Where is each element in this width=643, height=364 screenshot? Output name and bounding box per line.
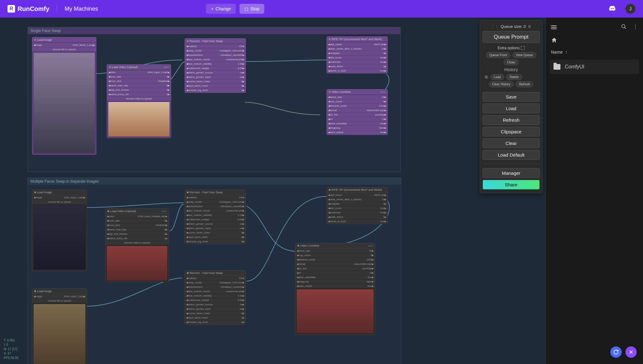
logo[interactable]: R RunComfy bbox=[8, 5, 49, 13]
node-rife-2[interactable]: RIFE VFI (recommend rife47 and rife49) ◀… bbox=[327, 187, 388, 224]
checkbox-icon[interactable] bbox=[521, 46, 525, 50]
change-button[interactable]: +Change bbox=[206, 4, 236, 14]
node-reactor-2[interactable]: ReActor - Fast Face Swap ◀enabledON● ◀sw… bbox=[185, 190, 246, 244]
logo-icon: R bbox=[8, 5, 15, 13]
close-fab-button[interactable] bbox=[625, 346, 637, 358]
group-title: Single Face Swap bbox=[28, 27, 400, 34]
node-load-image-2[interactable]: Load Image ◀image1034_input_1.png▶ choos… bbox=[32, 190, 87, 271]
share-button[interactable]: Share bbox=[483, 180, 540, 190]
node-load-video-2[interactable]: Load Video (Upload)○○○ ◀video1034_input_… bbox=[105, 208, 169, 282]
sync-button[interactable] bbox=[610, 346, 622, 358]
node-load-image-1[interactable]: Load Image ◀image1034_face0_1.png▶ choos… bbox=[32, 37, 96, 155]
nav-my-machines[interactable]: My Machines bbox=[65, 6, 98, 12]
refresh-button[interactable]: Refresh bbox=[483, 115, 540, 125]
divider bbox=[57, 5, 57, 13]
user-avatar[interactable]: J bbox=[625, 4, 635, 14]
folder-icon bbox=[554, 64, 560, 70]
history-label: History bbox=[483, 67, 540, 72]
control-panel[interactable]: ⋮⋮ Queue size: 0 ⚙ Queue Prompt Extra op… bbox=[480, 20, 543, 193]
plus-icon: + bbox=[211, 6, 213, 11]
discord-icon[interactable] bbox=[608, 5, 617, 13]
node-reactor-1[interactable]: ReActor - Fast Face Swap ◀enabledON● ◀sw… bbox=[185, 38, 246, 93]
canvas-stats: T: 0.00s I: 0 N: 17 [17] V: 37 FPS:56.82 bbox=[4, 338, 19, 360]
group-title: Multiple Faces Swap in Separate Images bbox=[28, 178, 401, 185]
node-video-combine-2[interactable]: Video Combine○○○ ◀frame_rate30▶ ◀loop_co… bbox=[295, 243, 375, 335]
save-button[interactable]: Save bbox=[483, 92, 540, 102]
view-queue-button[interactable]: View Queue bbox=[512, 52, 536, 58]
close-button[interactable]: Close bbox=[504, 59, 519, 65]
stop-icon: ◻ bbox=[245, 6, 248, 11]
home-icon[interactable] bbox=[551, 37, 638, 45]
search-icon[interactable] bbox=[621, 24, 627, 31]
clear-history-button[interactable]: Clear History bbox=[489, 81, 514, 87]
history-load-button[interactable]: Load bbox=[490, 74, 504, 80]
file-sidebar: ⋮ Name↑ ComfyUI bbox=[546, 18, 643, 364]
more-icon[interactable]: ⋮ bbox=[633, 24, 638, 31]
history-delete-button[interactable]: Delete bbox=[506, 74, 522, 80]
sort-up-icon: ↑ bbox=[565, 50, 567, 55]
brand-name: RunComfy bbox=[18, 5, 49, 13]
node-video-combine-1[interactable]: Video Combine○○○ ◀frame_rate30▶ ◀loop_co… bbox=[327, 89, 388, 135]
queue-front-button[interactable]: Queue Front bbox=[486, 52, 511, 58]
folder-label: ComfyUI bbox=[565, 64, 584, 70]
extra-options-toggle[interactable]: Extra options bbox=[483, 46, 540, 50]
menu-icon[interactable] bbox=[551, 25, 557, 29]
node-load-video-1[interactable]: Load Video (Upload)○○○ ◀video1034_input_… bbox=[107, 64, 171, 138]
svg-point-0 bbox=[622, 24, 625, 28]
queue-prompt-button[interactable]: Queue Prompt bbox=[483, 31, 540, 43]
node-canvas[interactable]: Single Face Swap Load Image ◀image1034_f… bbox=[0, 18, 546, 364]
drag-handle-icon[interactable]: ⋮⋮ bbox=[491, 24, 499, 29]
refresh-history-button[interactable]: Refresh bbox=[516, 81, 533, 87]
folder-item-comfyui[interactable]: ComfyUI bbox=[550, 60, 639, 74]
gear-icon[interactable]: ⚙ bbox=[528, 24, 531, 29]
history-index: 0: bbox=[485, 75, 489, 79]
clipspace-button[interactable]: Clipspace bbox=[483, 127, 540, 136]
clear-button[interactable]: Clear bbox=[483, 138, 540, 148]
load-default-button[interactable]: Load Default bbox=[483, 150, 540, 160]
stop-button[interactable]: ◻Stop bbox=[240, 4, 264, 14]
queue-size-label: Queue size: 0 bbox=[500, 24, 526, 29]
top-bar: R RunComfy My Machines +Change ◻Stop J bbox=[0, 0, 643, 18]
node-reactor-3[interactable]: ReActor - Fast Face Swap ◀enabledON● ◀sw… bbox=[185, 270, 246, 325]
svg-line-1 bbox=[624, 27, 626, 29]
name-header[interactable]: Name↑ bbox=[551, 50, 638, 55]
manager-button[interactable]: Manager bbox=[483, 168, 540, 178]
node-load-image-3[interactable]: Load Image ◀image1034_input_2.png▶ choos… bbox=[32, 288, 87, 364]
load-button[interactable]: Load bbox=[483, 104, 540, 113]
node-rife-1[interactable]: RIFE VFI (recommend rife47 and rife49) ◀… bbox=[327, 36, 388, 73]
